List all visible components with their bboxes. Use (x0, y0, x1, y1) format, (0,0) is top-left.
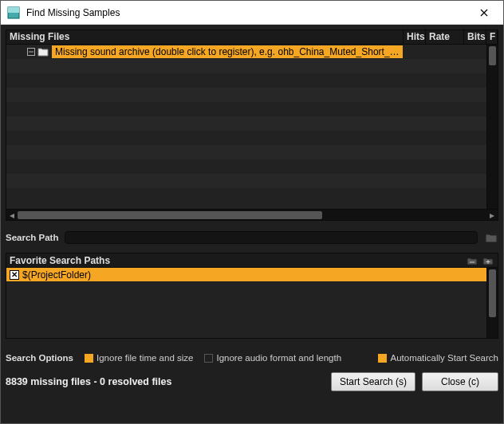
vertical-scrollbar[interactable] (486, 45, 498, 209)
remove-favorite-button[interactable] (466, 254, 478, 267)
folder-icon (37, 47, 49, 57)
checkbox-icon[interactable] (204, 354, 213, 363)
favorite-paths-header: Favorite Search Paths (6, 253, 498, 268)
favorite-paths-panel: Favorite Search Paths ✕ $(ProjectFolder) (6, 253, 498, 339)
vertical-scrollbar[interactable] (486, 268, 498, 338)
option-ignore-audio[interactable]: Ignore audio format and length (204, 353, 341, 363)
col-rate[interactable]: Rate (426, 30, 464, 44)
search-path-input[interactable] (65, 231, 478, 244)
table-row (6, 102, 486, 116)
table-row (6, 145, 486, 159)
scrollbar-thumb[interactable] (18, 211, 322, 219)
scroll-right-icon[interactable]: ▸ (486, 210, 498, 221)
col-hits[interactable]: Hits (404, 30, 426, 44)
close-button[interactable]: Close (c) (422, 372, 498, 391)
horizontal-scrollbar[interactable]: ◂ ▸ (6, 209, 498, 220)
scrollbar-thumb[interactable] (489, 46, 496, 65)
col-missing-files[interactable]: Missing Files (6, 30, 404, 44)
table-row (6, 73, 486, 88)
scroll-left-icon[interactable]: ◂ (6, 210, 18, 221)
svg-rect-1 (8, 7, 19, 13)
table-row (6, 59, 486, 73)
window-close-button[interactable] (467, 2, 502, 24)
grid-rows: Missing sound archive (double click to r… (6, 45, 486, 209)
tree-collapse-icon[interactable] (27, 48, 35, 56)
option-ignore-time[interactable]: Ignore file time and size (85, 353, 193, 363)
col-bits[interactable]: Bits (464, 30, 486, 44)
window: Find Missing Samples Missing Files Hits … (0, 0, 504, 424)
search-options-label: Search Options (6, 353, 73, 363)
add-favorite-button[interactable] (482, 254, 494, 267)
table-row (6, 88, 486, 102)
option-auto-start[interactable]: Automatically Start Search (378, 353, 498, 363)
favorite-paths-body: ✕ $(ProjectFolder) (6, 268, 498, 338)
titlebar: Find Missing Samples (1, 1, 503, 25)
col-f[interactable]: F (486, 30, 498, 44)
grid-body: Missing sound archive (double click to r… (6, 45, 498, 209)
favorite-path-row[interactable]: ✕ $(ProjectFolder) (6, 268, 486, 281)
missing-files-panel: Missing Files Hits Rate Bits F Missing s (6, 29, 498, 221)
search-options-row: Search Options Ignore file time and size… (6, 353, 498, 363)
option-auto-start-label: Automatically Start Search (390, 353, 498, 363)
option-ignore-time-label: Ignore file time and size (96, 353, 193, 363)
scrollbar-thumb[interactable] (489, 269, 496, 317)
table-row (6, 116, 486, 131)
favorite-path-label: $(ProjectFolder) (22, 269, 91, 281)
favorite-enabled-checkbox[interactable]: ✕ (10, 270, 19, 280)
tree-root-row[interactable]: Missing sound archive (double click to r… (6, 45, 486, 59)
table-row (6, 174, 486, 188)
window-title: Find Missing Samples (26, 7, 467, 18)
scrollbar-track[interactable] (18, 211, 486, 219)
table-row (6, 131, 486, 145)
checkbox-icon[interactable] (378, 354, 387, 363)
favorite-paths-title: Favorite Search Paths (10, 255, 110, 266)
search-path-label: Search Path (6, 233, 58, 242)
tree-root-label: Missing sound archive (double click to r… (52, 45, 403, 58)
browse-folder-button[interactable] (484, 230, 498, 245)
table-row (6, 159, 486, 174)
search-path-row: Search Path (6, 230, 498, 245)
checkbox-icon[interactable] (85, 354, 93, 363)
start-search-button[interactable]: Start Search (s) (331, 372, 415, 391)
app-icon (7, 6, 20, 19)
grid-header: Missing Files Hits Rate Bits F (6, 30, 498, 45)
status-text: 8839 missing files - 0 resolved files (6, 376, 325, 387)
footer: 8839 missing files - 0 resolved files St… (6, 371, 498, 398)
option-ignore-audio-label: Ignore audio format and length (216, 353, 341, 363)
favorite-paths-rows: ✕ $(ProjectFolder) (6, 268, 486, 338)
table-row (6, 188, 486, 202)
dialog-body: Missing Files Hits Rate Bits F Missing s (1, 25, 503, 423)
